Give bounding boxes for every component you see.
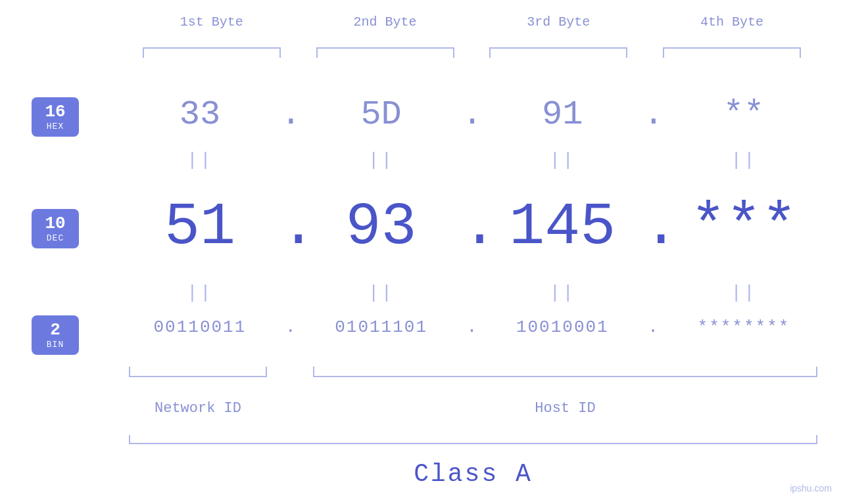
dec-b1: 51 xyxy=(131,194,269,261)
bracket-top-3 xyxy=(489,47,627,58)
bin-b2: 01011101 xyxy=(312,317,450,337)
bin-b4: ******** xyxy=(675,317,813,337)
hex-dot-1: . xyxy=(281,95,301,134)
hex-badge-label: HEX xyxy=(47,122,64,131)
dec-b3: 145 xyxy=(493,194,631,261)
hex-b3: 91 xyxy=(493,95,631,134)
bin-dot-2: . xyxy=(462,317,481,337)
dec-badge-num: 10 xyxy=(45,214,65,233)
bin-badge-num: 2 xyxy=(50,321,60,340)
hex-badge-num: 16 xyxy=(45,103,65,122)
hex-dot-2: . xyxy=(462,95,481,134)
dec-dot-1: . xyxy=(281,194,301,261)
bin-row: 00110011 . 01011101 . 10010001 . *******… xyxy=(125,317,819,337)
bin-dot-1: . xyxy=(281,317,301,337)
dec-b2: 93 xyxy=(312,194,450,261)
class-bracket xyxy=(129,435,817,444)
equals-2-b3: || xyxy=(493,283,631,303)
hex-badge: 16 HEX xyxy=(32,97,79,137)
hex-b4: ** xyxy=(675,95,813,134)
main-container: 16 HEX 10 DEC 2 BIN 1st Byte 2nd Byte 3r… xyxy=(0,0,845,504)
bin-b3: 10010001 xyxy=(493,317,631,337)
dec-dot-2: . xyxy=(462,194,481,261)
dec-dot-3: . xyxy=(643,194,663,261)
dec-badge-label: DEC xyxy=(47,233,64,243)
network-id-label: Network ID xyxy=(129,400,267,417)
equals-1-b4: || xyxy=(675,150,813,170)
equals-2-b4: || xyxy=(675,283,813,303)
bracket-top-4 xyxy=(663,47,801,58)
dec-row: 51 . 93 . 145 . *** xyxy=(125,194,819,261)
equals-2-b2: || xyxy=(312,283,450,303)
equals-2-b1: || xyxy=(131,283,269,303)
col-header-1: 1st Byte xyxy=(125,14,299,30)
bracket-top-2 xyxy=(316,47,454,58)
host-id-bracket xyxy=(313,367,817,377)
equals-1-b1: || xyxy=(131,150,269,170)
class-a-label: Class A xyxy=(129,460,817,488)
dec-b4: *** xyxy=(675,194,813,261)
bin-badge: 2 BIN xyxy=(32,315,79,355)
bin-badge-label: BIN xyxy=(47,340,64,350)
equals-row-2: || || || || xyxy=(125,283,819,303)
bin-b1: 00110011 xyxy=(131,317,269,337)
hex-dot-3: . xyxy=(643,95,663,134)
watermark: ipshu.com xyxy=(790,483,832,493)
bin-dot-3: . xyxy=(643,317,663,337)
equals-row-1: || || || || xyxy=(125,150,819,170)
hex-row: 33 . 5D . 91 . ** xyxy=(125,95,819,134)
hex-b2: 5D xyxy=(312,95,450,134)
top-brackets xyxy=(125,47,819,58)
network-id-bracket xyxy=(129,367,267,377)
col-header-2: 2nd Byte xyxy=(299,14,472,30)
hex-b1: 33 xyxy=(131,95,269,134)
equals-1-b2: || xyxy=(312,150,450,170)
equals-1-b3: || xyxy=(493,150,631,170)
bracket-top-1 xyxy=(143,47,281,58)
column-headers: 1st Byte 2nd Byte 3rd Byte 4th Byte xyxy=(125,14,819,30)
host-id-label: Host ID xyxy=(313,400,817,417)
dec-badge: 10 DEC xyxy=(32,209,79,248)
col-header-4: 4th Byte xyxy=(645,14,819,30)
col-header-3: 3rd Byte xyxy=(472,14,646,30)
